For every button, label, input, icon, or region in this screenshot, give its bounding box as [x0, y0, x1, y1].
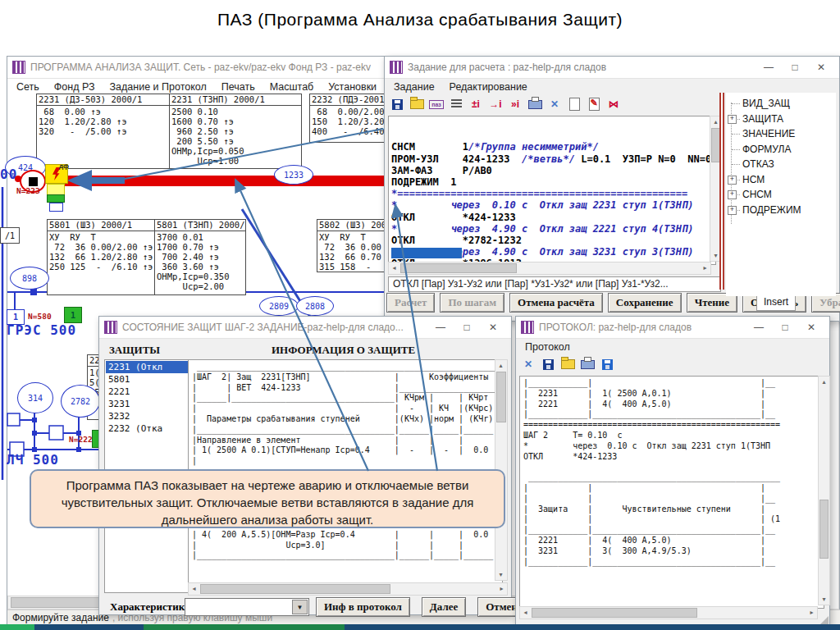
- expand-icon[interactable]: +: [728, 115, 737, 124]
- maximize-icon[interactable]: □: [454, 317, 480, 337]
- edit-doc-icon[interactable]: ✎: [585, 96, 603, 112]
- protection-list-item[interactable]: 5801: [106, 373, 188, 386]
- main-menu-item[interactable]: Задание и Протокол: [103, 80, 214, 94]
- print-icon[interactable]: [578, 356, 596, 372]
- task-menu-item[interactable]: Задание: [386, 80, 442, 94]
- state-button-далее[interactable]: Далее: [422, 597, 466, 617]
- editor-line[interactable]: ПОДРЕЖИМ 1: [391, 176, 713, 188]
- editor-segment: Р/АВ0: [433, 165, 492, 176]
- editor-line[interactable]: СНСМ 1/*Группа несимметрий*/: [391, 141, 713, 153]
- os-taskbar[interactable]: [0, 624, 840, 630]
- expand-icon[interactable]: +: [728, 176, 737, 185]
- save-icon[interactable]: [388, 96, 406, 112]
- tree-item-формула[interactable]: ФОРМУЛА: [726, 142, 836, 158]
- insert-line-icon[interactable]: ±i: [467, 96, 485, 112]
- minimize-icon[interactable]: —: [427, 317, 454, 337]
- main-menu-item[interactable]: Установки: [321, 80, 384, 94]
- tree-item-нсм[interactable]: +НСМ: [726, 172, 836, 188]
- tree-item-значение[interactable]: ЗНАЧЕНИЕ: [726, 126, 836, 142]
- state-window-icon: [104, 321, 117, 334]
- minimize-icon[interactable]: —: [746, 317, 772, 337]
- editor-segment: /*ветвь*/: [522, 153, 575, 165]
- protection-list-item[interactable]: 2231 (Откл: [106, 361, 188, 373]
- insert-end-icon[interactable]: »i: [506, 96, 524, 112]
- task-menu-item[interactable]: Редактирование: [442, 80, 535, 94]
- open-icon[interactable]: [408, 96, 426, 112]
- new-doc-icon[interactable]: [565, 96, 583, 112]
- close-icon[interactable]: ✕: [480, 317, 506, 337]
- protocol-vscrollbar[interactable]: ▴▾: [818, 376, 830, 605]
- node-2808[interactable]: 2808: [296, 296, 334, 316]
- resize-grip[interactable]: [820, 616, 829, 624]
- paz-icon[interactable]: паз: [427, 96, 445, 112]
- protection-list-item[interactable]: 3231: [106, 398, 188, 410]
- protocol-hscrollbar[interactable]: ◂▸: [519, 606, 818, 619]
- chevron-down-icon[interactable]: ▼: [292, 600, 308, 614]
- open-icon[interactable]: [559, 356, 577, 372]
- node-2809[interactable]: 2809: [259, 296, 299, 316]
- tree-item-подрежим[interactable]: +ПОДРЕЖИМ: [726, 203, 836, 218]
- node-1233[interactable]: 1233: [274, 165, 313, 185]
- info-hscrollbar[interactable]: ◂▸: [188, 582, 508, 596]
- task-titlebar: Задание для расчета : paz-help-для сладо…: [385, 57, 839, 79]
- expand-icon[interactable]: +: [728, 190, 737, 199]
- editor-line[interactable]: ЗАМ-ФАЗ Р/АВ0: [391, 165, 713, 176]
- close-icon[interactable]: ✕: [808, 57, 834, 77]
- main-menu-item[interactable]: Печать: [214, 80, 262, 94]
- protection-list-item[interactable]: 3232: [106, 410, 188, 422]
- tree-item-label: ЗАЩИТА: [742, 113, 783, 125]
- editor-line[interactable]: * через 0.10 с Откл защ 2231 ступ 1(ТЗНП…: [391, 199, 713, 211]
- editor-line[interactable]: ОТКЛ *424-1233: [391, 212, 713, 223]
- node-2782[interactable]: 2782: [61, 385, 100, 418]
- protection-list-item[interactable]: 2221: [106, 386, 188, 398]
- delete-icon[interactable]: ✕: [546, 96, 564, 112]
- node-314[interactable]: 314: [17, 382, 53, 413]
- editor-line[interactable]: ОТКЛ *2782-1232: [391, 235, 713, 246]
- protection-table-5802[interactable]: 5802 (ШЗ) 2000ХУ RУ Т 72 36 0.00 132 66 …: [317, 219, 386, 272]
- station-label-lch: ЛЧ 500: [7, 452, 59, 468]
- protection-table-2231-dz[interactable]: 2231 (ДЗ-503) 2000/1 68 0.00 ↑э 120 1.20…: [36, 94, 171, 169]
- maximize-icon[interactable]: □: [772, 317, 798, 337]
- insert-right-icon[interactable]: →i: [486, 96, 504, 112]
- protection-list-item[interactable]: 2232 (Отка: [106, 422, 188, 435]
- station-label-gres: ГРЭС 500: [7, 322, 76, 338]
- save-icon[interactable]: [539, 356, 557, 372]
- protocol-text[interactable]: |____________| |__ | 2231 | 1( 2500 А,0.…: [519, 376, 824, 609]
- main-menu-item[interactable]: Масштаб: [262, 80, 321, 94]
- tree-item-label: ЗНАЧЕНИЕ: [742, 128, 795, 139]
- tree-item-защита[interactable]: +ЗАЩИТА: [726, 112, 836, 127]
- breaker-square-icon: [29, 177, 38, 186]
- main-menu-item[interactable]: Фонд РЗ: [47, 80, 103, 94]
- delete-icon[interactable]: ✕: [519, 356, 537, 372]
- editor-segment: ОТКЛ: [391, 212, 415, 223]
- protection-table-5801-tznp[interactable]: 5801 (ТЗНП) 2000/13700 0.01 1700 0.70 ↑э…: [154, 219, 246, 295]
- expand-icon[interactable]: +: [728, 206, 737, 215]
- editor-line[interactable]: * через 4.90 с Откл защ 2221 ступ 4(ТЗНП…: [391, 223, 713, 235]
- task-button-сохранение[interactable]: Сохранение: [608, 293, 682, 313]
- close-icon[interactable]: ✕: [798, 317, 824, 337]
- protection-table-2231-tznp[interactable]: 2231 (ТЗНП) 2000/12500 0.10 1600 0.70 ↑э…: [169, 94, 302, 169]
- protocol-menu-item[interactable]: Протокол: [518, 340, 578, 354]
- tree-splitter[interactable]: [719, 93, 724, 290]
- node-898[interactable]: 898: [10, 267, 49, 290]
- tree-item-вид_защ[interactable]: ВИД_ЗАЩ: [726, 96, 836, 112]
- main-menu-item[interactable]: Сеть: [9, 80, 47, 94]
- editor-line[interactable]: *=======================================…: [391, 188, 713, 199]
- fault-flag-icon[interactable]: дф: [45, 164, 68, 184]
- editor-hscrollbar[interactable]: ◂▸: [388, 262, 711, 275]
- characteristic-combobox[interactable]: ▼: [185, 598, 309, 616]
- tree-item-отказ[interactable]: ОТКАЗ: [726, 157, 836, 172]
- task-button-отмена-расч-та[interactable]: Отмена расчёта: [509, 293, 603, 313]
- cancel-icon[interactable]: ⋈: [605, 96, 623, 112]
- tree-item-снсм[interactable]: +СНСМ: [726, 187, 836, 203]
- protection-table-5801-shz[interactable]: 5801 (ШЗ) 2000/1ХУ RУ Т 72 36 0.00/2.00 …: [47, 219, 156, 295]
- editor-line[interactable]: ПРОМ-УЗЛ 424-1233 /*ветвь*/ L=0.1 УЗП=Р …: [391, 153, 713, 165]
- maximize-icon[interactable]: □: [782, 57, 808, 77]
- node-label: 314: [28, 394, 43, 403]
- print-icon[interactable]: [526, 96, 544, 112]
- task-editor[interactable]: СНСМ 1/*Группа несимметрий*/ПРОМ-УЗЛ 424…: [388, 116, 716, 265]
- list-icon[interactable]: [447, 96, 465, 112]
- minimize-icon[interactable]: —: [756, 57, 782, 77]
- save-image-icon[interactable]: [598, 356, 616, 372]
- state-button-инф-в-протокол[interactable]: Инф в протокол: [316, 597, 410, 617]
